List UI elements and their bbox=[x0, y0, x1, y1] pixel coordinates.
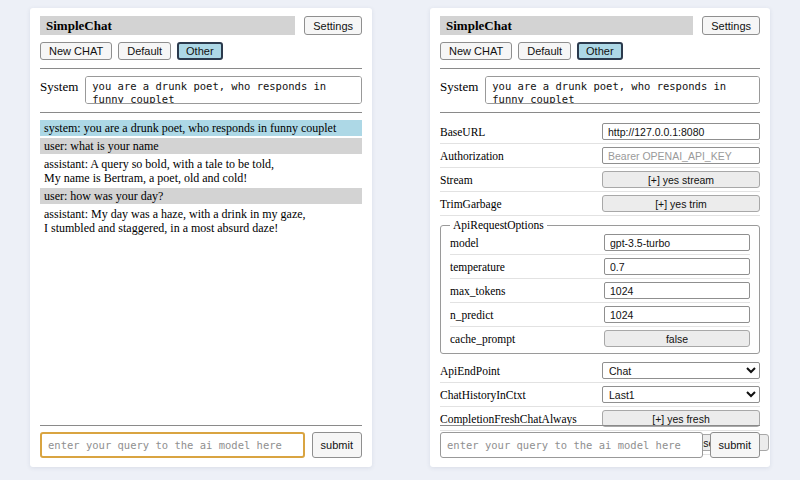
settings-row-apiendpoint: ApiEndPointChat bbox=[440, 359, 760, 383]
settings-row-chathistoryinctxt: ChatHistoryInCtxtLast1 bbox=[440, 383, 760, 407]
session-buttons: DefaultOther bbox=[118, 42, 222, 60]
temperature-input[interactable] bbox=[604, 258, 750, 275]
divider bbox=[440, 112, 760, 113]
max-tokens-input[interactable] bbox=[604, 282, 750, 299]
session-button-other[interactable]: Other bbox=[177, 42, 223, 60]
trimgarbage-toggle-button[interactable]: [+] yes trim bbox=[602, 195, 760, 212]
settings-row-n-predict: n_predict bbox=[450, 303, 750, 327]
submit-button[interactable]: submit bbox=[312, 432, 362, 458]
query-bar: submit bbox=[40, 425, 362, 458]
settings-row-max-tokens: max_tokens bbox=[450, 279, 750, 303]
settings-label-n-predict: n_predict bbox=[450, 309, 493, 321]
settings-row-stream: Stream[+] yes stream bbox=[440, 168, 760, 192]
authorization-input[interactable] bbox=[602, 147, 760, 164]
settings-label-baseurl: BaseURL bbox=[440, 126, 485, 138]
apiendpoint-select[interactable]: Chat bbox=[602, 362, 760, 379]
settings-label-model: model bbox=[450, 237, 479, 249]
session-button-default[interactable]: Default bbox=[118, 42, 171, 60]
divider bbox=[440, 425, 760, 426]
settings-rows-top: BaseURLAuthorizationStream[+] yes stream… bbox=[440, 120, 760, 216]
settings-label-trimgarbage: TrimGarbage bbox=[440, 198, 502, 210]
n-predict-input[interactable] bbox=[604, 306, 750, 323]
panel-header: SimpleChat Settings bbox=[40, 16, 362, 35]
session-button-other[interactable]: Other bbox=[577, 42, 623, 60]
chat-panel: SimpleChat Settings New CHAT DefaultOthe… bbox=[30, 8, 372, 467]
settings-label-completionfreshchatalways: CompletionFreshChatAlways bbox=[440, 413, 577, 425]
app-title: SimpleChat bbox=[440, 16, 693, 35]
system-prompt-textarea[interactable]: you are a drunk poet, who responds in fu… bbox=[485, 76, 760, 104]
settings-label-apiendpoint: ApiEndPoint bbox=[440, 365, 500, 377]
baseurl-input[interactable] bbox=[602, 123, 760, 140]
chat-message-system: system: you are a drunk poet, who respon… bbox=[40, 120, 362, 136]
settings-row-model: model bbox=[450, 231, 750, 255]
chat-message-assistant: assistant: A query so bold, with a tale … bbox=[40, 156, 362, 186]
divider bbox=[440, 68, 760, 69]
system-prompt-row: System you are a drunk poet, who respond… bbox=[40, 76, 362, 104]
settings-row-baseurl: BaseURL bbox=[440, 120, 760, 144]
divider bbox=[40, 112, 362, 113]
chat-toolbar: New CHAT DefaultOther bbox=[440, 42, 760, 60]
chat-message-user: user: what is your name bbox=[40, 138, 362, 154]
settings-rows-fieldset: modeltemperaturemax_tokensn_predictcache… bbox=[450, 231, 750, 350]
submit-button[interactable]: submit bbox=[710, 432, 760, 458]
system-label: System bbox=[40, 76, 78, 95]
settings-label-chathistoryinctxt: ChatHistoryInCtxt bbox=[440, 389, 526, 401]
settings-label-max-tokens: max_tokens bbox=[450, 285, 506, 297]
settings-row-authorization: Authorization bbox=[440, 144, 760, 168]
settings-label-authorization: Authorization bbox=[440, 150, 504, 162]
divider bbox=[40, 68, 362, 69]
settings-row-trimgarbage: TrimGarbage[+] yes trim bbox=[440, 192, 760, 216]
model-input[interactable] bbox=[604, 234, 750, 251]
settings-label-cache-prompt: cache_prompt bbox=[450, 333, 515, 345]
settings-button[interactable]: Settings bbox=[702, 16, 760, 35]
chat-toolbar: New CHAT DefaultOther bbox=[40, 42, 362, 60]
session-buttons: DefaultOther bbox=[518, 42, 622, 60]
settings-panel: SimpleChat Settings New CHAT DefaultOthe… bbox=[430, 8, 770, 467]
settings-button[interactable]: Settings bbox=[304, 16, 362, 35]
app-title: SimpleChat bbox=[40, 16, 295, 35]
settings-row-cache-prompt: cache_promptfalse bbox=[450, 327, 750, 350]
query-bar: submit bbox=[440, 425, 760, 458]
chathistoryinctxt-select[interactable]: Last1 bbox=[602, 386, 760, 403]
chat-messages: system: you are a drunk poet, who respon… bbox=[40, 120, 362, 236]
chat-message-user: user: how was your day? bbox=[40, 188, 362, 204]
settings-label-temperature: temperature bbox=[450, 261, 505, 273]
divider bbox=[40, 425, 362, 426]
system-prompt-textarea[interactable]: you are a drunk poet, who responds in fu… bbox=[85, 76, 362, 104]
session-button-default[interactable]: Default bbox=[518, 42, 571, 60]
settings-label-stream: Stream bbox=[440, 174, 473, 186]
query-input[interactable] bbox=[440, 432, 703, 458]
system-prompt-row: System you are a drunk poet, who respond… bbox=[440, 76, 760, 104]
system-label: System bbox=[440, 76, 478, 95]
new-chat-button[interactable]: New CHAT bbox=[40, 42, 112, 60]
new-chat-button[interactable]: New CHAT bbox=[440, 42, 512, 60]
chat-message-assistant: assistant: My day was a haze, with a dri… bbox=[40, 206, 362, 236]
settings-row-temperature: temperature bbox=[450, 255, 750, 279]
query-input[interactable] bbox=[40, 432, 305, 458]
fieldset-legend: ApiRequestOptions bbox=[450, 219, 547, 231]
cache-prompt-toggle-button[interactable]: false bbox=[604, 330, 750, 347]
api-request-options-fieldset: ApiRequestOptions modeltemperaturemax_to… bbox=[440, 219, 760, 354]
panel-header: SimpleChat Settings bbox=[440, 16, 760, 35]
stream-toggle-button[interactable]: [+] yes stream bbox=[602, 171, 760, 188]
